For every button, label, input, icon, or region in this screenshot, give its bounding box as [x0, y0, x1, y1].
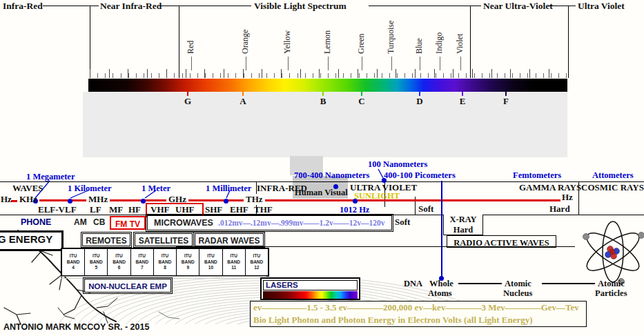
label-near-infra-red: Near Infra-Red	[100, 1, 162, 12]
laser-spectrum-bar	[263, 291, 358, 299]
label-waves: WAVES	[12, 183, 43, 194]
label-sunlight: SUNLIGHT	[354, 191, 400, 201]
label-fm-tv: FM TV	[115, 219, 140, 229]
label-soft-xray: Soft	[395, 217, 410, 228]
label-ev-scale: ev—————1.5 - 3.5 ev————200,000 ev—kev———…	[251, 302, 586, 313]
label-atomic-b: Atomic	[598, 279, 625, 289]
spectral-letter-d: D	[416, 96, 422, 107]
label-microwaves: MICROWAVES	[154, 218, 213, 228]
frequency-line	[39, 199, 560, 201]
bracket-divider	[568, 6, 569, 78]
bracket-line	[369, 6, 481, 6]
energy-box: G ENERGY	[0, 230, 64, 251]
label-non-nuclear-emp: NON-NUCLEAR EMP	[88, 282, 167, 290]
color-label-blue: Blue	[414, 8, 425, 54]
bracket-divider	[90, 6, 90, 78]
itu-band-table: ITUBAND4ITUBAND5ITUBAND6ITUBAND7ITUBAND8…	[61, 248, 269, 277]
spectral-letter-a: A	[240, 96, 246, 107]
itu-band-cell-4: ITUBAND4	[62, 249, 84, 275]
color-label-yellow: Yellow	[282, 8, 293, 54]
atom-icon	[582, 221, 644, 285]
band-vhf: VHF	[150, 204, 169, 215]
label-soft-band: Soft	[418, 204, 433, 215]
spectral-letter-e: E	[460, 96, 466, 107]
label-cb: CB	[93, 217, 105, 227]
label-bio-light: Bio Light Photon and Photon Energy in El…	[251, 313, 586, 326]
label-400-100-picometers: 400-100 Picometers	[384, 170, 456, 181]
label-microwave-voltages: .012mv—.12mv—.999mv——1.2v——12v—120v	[218, 219, 385, 227]
spectral-letter-g: G	[184, 96, 191, 107]
visible-spectrum-bar	[88, 79, 567, 92]
label-remotes: REMOTES	[86, 236, 126, 246]
color-label-red: Red	[186, 8, 196, 54]
frequency-line-stub	[11, 200, 17, 202]
label-phone: PHONE	[21, 217, 51, 227]
label-1-millimeter: 1 Millimeter	[206, 184, 251, 194]
label-human-visual: Human Visual	[295, 188, 348, 198]
color-label-tick	[420, 57, 420, 70]
spectral-letter-b: B	[320, 96, 326, 107]
marker-dot-kilometer	[68, 199, 72, 204]
label-lasers: LASERS	[263, 280, 358, 290]
bracket-divider	[470, 6, 471, 78]
label-100-nanometers: 100 Nanometers	[368, 159, 427, 170]
label-dna: DNA	[404, 279, 422, 289]
scale-dash-line	[458, 283, 502, 284]
band-uhf: UHF	[175, 204, 194, 215]
label-700-400-nanometers: 700-400 Nanometers	[294, 170, 369, 181]
microwaves-box: MICROWAVES .012mv—.12mv—.999mv——1.2v——12…	[147, 215, 392, 230]
label-infra-red: Infra-Red	[3, 1, 43, 12]
itu-band-cell-12: ITUBAND12	[245, 249, 268, 275]
label-hard-xray: Hard	[444, 225, 482, 235]
scale-dash-line	[542, 283, 595, 284]
color-label-indigo: Indigo	[434, 8, 445, 54]
label-am: AM	[74, 217, 87, 227]
label-near-ultra-violet: Near Ultra-Violet	[483, 1, 553, 12]
spectral-letter-c: C	[358, 96, 364, 107]
marker-dot-millimeter	[224, 199, 228, 204]
label-1012-hz: 1012 Hz	[340, 205, 369, 215]
radar-waves-box: RADAR WAVES	[195, 233, 264, 246]
label-xray: X-RAY	[444, 215, 482, 225]
band-elf-vlf: ELF-VLF	[38, 204, 77, 215]
band-lf: LF	[90, 204, 101, 215]
itu-band-cell-9: ITUBAND9	[176, 249, 199, 275]
emp-box: NON-NUCLEAR EMP	[84, 279, 171, 293]
label-radar-waves: RADAR WAVES	[198, 236, 260, 246]
energy-ev-box: ev—————1.5 - 3.5 ev————200,000 ev—kev———…	[250, 301, 587, 327]
itu-band-cell-8: ITUBAND8	[153, 249, 176, 275]
bracket-line	[159, 6, 251, 6]
remotes-box: REMOTES	[82, 233, 130, 246]
xray-marker-line	[441, 181, 442, 278]
em-spectrum-diagram: Infra-Red Near Infra-Red Visible Light S…	[0, 0, 644, 336]
bracket-line	[549, 6, 576, 6]
band-mf: MF	[109, 204, 123, 215]
label-1-kilometer: 1 Kilometer	[68, 184, 112, 194]
label-energy: G ENERGY	[0, 233, 52, 245]
color-label-turquoise: Turquoise	[386, 8, 396, 54]
label-femtometers: Femtometers	[513, 170, 561, 181]
lasers-box: LASERS	[260, 277, 360, 300]
color-label-lemon: Lemon	[322, 8, 333, 54]
color-label-orange: Orange	[240, 8, 251, 54]
color-label-tick	[328, 57, 329, 70]
label-satellites: SATELLITES	[139, 236, 188, 246]
itu-band-cell-6: ITUBAND6	[107, 249, 130, 275]
xray-box: X-RAY Hard	[443, 215, 483, 235]
marker-dot-meter	[141, 199, 146, 204]
band-shf: SHF	[205, 204, 222, 215]
label-cosmic-rays: COSMIC RAYS	[581, 182, 644, 193]
label-atomic-a: Atomic	[505, 279, 531, 289]
itu-band-cell-10: ITUBAND10	[199, 249, 222, 275]
label-mhz: MHz	[86, 194, 110, 205]
bracket-divider	[179, 6, 179, 78]
credit-line: ANTONIO MARK MCCOY SR. - 2015	[3, 322, 149, 332]
label-1-megameter: 1 Megameter	[26, 172, 75, 182]
label-atoms: Atoms	[428, 288, 452, 299]
color-label-tick	[246, 57, 246, 70]
itu-band-cell-7: ITUBAND7	[130, 249, 153, 275]
color-label-violet: Violet	[455, 8, 465, 54]
band-hf: HF	[128, 204, 141, 215]
color-label-tick	[362, 57, 362, 70]
fm-tv-box: FM TV	[110, 216, 146, 230]
